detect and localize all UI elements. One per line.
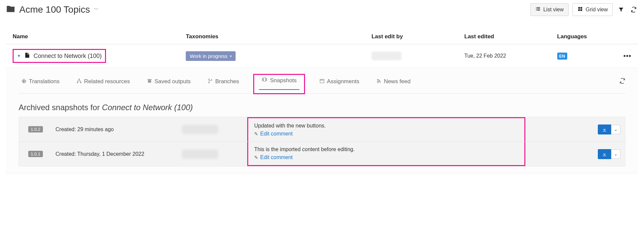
version-badge: 1.0.2: [28, 126, 43, 132]
last-edited-value: Tue, 22 Feb 2022: [464, 53, 557, 59]
tab-saved-outputs[interactable]: Saved outputs: [144, 77, 193, 91]
branch-icon: [208, 78, 213, 85]
svg-rect-19: [264, 78, 266, 82]
panel-refresh-button[interactable]: [619, 78, 625, 89]
svg-rect-10: [78, 79, 80, 80]
svg-rect-8: [578, 9, 580, 11]
list-view-label: List view: [543, 7, 564, 13]
folder-icon: [6, 4, 15, 15]
header-actions: List view Grid view: [530, 3, 638, 16]
snapshot-row: 1.0.1 Created: Thursday, 1 December 2022…: [19, 142, 625, 166]
svg-point-15: [208, 79, 209, 80]
pencil-icon: ✎: [254, 131, 258, 136]
snapshot-user: [182, 125, 218, 134]
document-title[interactable]: Connect to Network (100): [34, 53, 102, 60]
version-badge: 1.0.1: [28, 151, 43, 157]
breadcrumb[interactable]: Acme 100 Topics ﹀: [6, 4, 99, 15]
more-menu-button[interactable]: •••: [623, 52, 631, 60]
download-caret[interactable]: ⌄: [611, 149, 620, 159]
document-row: ▼ Connect to Network (100) Work in progr…: [6, 44, 638, 68]
tab-branches[interactable]: Branches: [205, 77, 242, 91]
tabs-bar: Translations Related resources Saved out…: [19, 68, 625, 94]
tab-related-resources[interactable]: Related resources: [74, 77, 133, 91]
col-taxonomies[interactable]: Taxonomies: [186, 33, 372, 40]
edit-comment-label: Edit comment: [260, 154, 293, 160]
edit-comment-link[interactable]: ✎ Edit comment: [254, 154, 293, 160]
status-label: Work in progress: [190, 53, 227, 59]
expanded-panel: Translations Related resources Saved out…: [6, 68, 638, 173]
tab-label: News feed: [384, 78, 410, 85]
tab-translations[interactable]: Translations: [19, 77, 62, 91]
snapshot-user: [182, 149, 218, 159]
breadcrumb-title: Acme 100 Topics: [19, 4, 90, 15]
list-icon: [535, 6, 541, 13]
tab-label: Saved outputs: [155, 78, 191, 85]
svg-rect-20: [266, 79, 267, 81]
table-header: Name Taxonomies Last edit by Last edited…: [6, 29, 638, 44]
grid-view-button[interactable]: Grid view: [573, 3, 613, 16]
col-name[interactable]: Name: [13, 33, 186, 40]
svg-rect-5: [537, 10, 540, 11]
col-last-edited[interactable]: Last edited: [464, 33, 557, 40]
svg-rect-13: [148, 79, 152, 80]
snapshots-icon: [262, 77, 268, 84]
snapshot-comment: This is the imported content before edit…: [254, 146, 518, 152]
edit-comment-label: Edit comment: [260, 131, 293, 137]
tab-label: Branches: [215, 78, 239, 85]
comment-highlight: Updated with the new buttons. ✎ Edit com…: [247, 117, 525, 141]
svg-rect-2: [536, 9, 537, 9]
last-edit-by-value: [372, 52, 401, 60]
svg-rect-1: [537, 7, 540, 8]
filter-button[interactable]: [617, 5, 625, 14]
tab-label: Translations: [29, 78, 59, 85]
svg-rect-4: [536, 10, 537, 11]
chevron-down-icon[interactable]: ﹀: [94, 7, 99, 13]
document-icon: [24, 52, 30, 60]
snapshot-comment: Updated with the new buttons.: [254, 123, 518, 129]
archived-prefix: Archived snapshots for: [19, 103, 102, 112]
tab-news-feed[interactable]: News feed: [374, 77, 413, 91]
svg-rect-12: [80, 82, 81, 83]
download-button[interactable]: [598, 124, 611, 134]
tab-snapshots[interactable]: Snapshots: [259, 76, 299, 90]
archived-doc-name: Connect to Network (100): [102, 103, 193, 112]
col-languages[interactable]: Languages: [557, 33, 607, 40]
refresh-button[interactable]: [629, 5, 638, 14]
archived-snapshots-heading: Archived snapshots for Connect to Networ…: [19, 103, 625, 112]
list-view-button[interactable]: List view: [530, 3, 569, 16]
header-bar: Acme 100 Topics ﹀ List view Grid view: [6, 3, 638, 16]
svg-rect-6: [578, 7, 580, 9]
comment-highlight: This is the imported content before edit…: [247, 142, 525, 166]
grid-view-label: Grid view: [586, 7, 608, 13]
grid-icon: [578, 6, 583, 13]
translations-icon: [21, 78, 27, 85]
status-dropdown[interactable]: Work in progress ▾: [186, 51, 236, 61]
svg-rect-21: [320, 79, 324, 83]
expand-toggle[interactable]: ▼: [17, 54, 21, 58]
snapshots-highlight: Snapshots: [253, 74, 305, 94]
tab-label: Snapshots: [270, 77, 296, 84]
svg-rect-9: [581, 9, 582, 11]
edit-comment-link[interactable]: ✎ Edit comment: [254, 131, 293, 137]
chevron-down-icon: ▾: [230, 54, 232, 58]
col-last-edit-by[interactable]: Last edit by: [372, 33, 464, 40]
doc-name-highlight: ▼ Connect to Network (100): [13, 49, 106, 63]
svg-rect-11: [77, 82, 78, 83]
svg-rect-3: [537, 9, 540, 9]
snapshot-created: Created: 29 minutes ago: [52, 117, 178, 141]
svg-point-16: [208, 82, 209, 83]
pencil-icon: ✎: [254, 155, 258, 160]
tab-label: Assignments: [327, 78, 359, 85]
svg-rect-18: [263, 79, 263, 81]
svg-rect-0: [536, 7, 537, 8]
tab-assignments[interactable]: Assignments: [317, 77, 362, 91]
download-caret[interactable]: ⌄: [611, 125, 620, 134]
rss-icon: [376, 78, 381, 85]
tab-label: Related resources: [84, 78, 130, 85]
snapshots-table: 1.0.2 Created: 29 minutes ago Updated wi…: [19, 117, 625, 166]
sitemap-icon: [76, 78, 82, 85]
language-badge[interactable]: EN: [557, 53, 567, 60]
archive-icon: [147, 78, 152, 85]
download-button[interactable]: [598, 149, 611, 159]
svg-rect-7: [581, 7, 582, 9]
